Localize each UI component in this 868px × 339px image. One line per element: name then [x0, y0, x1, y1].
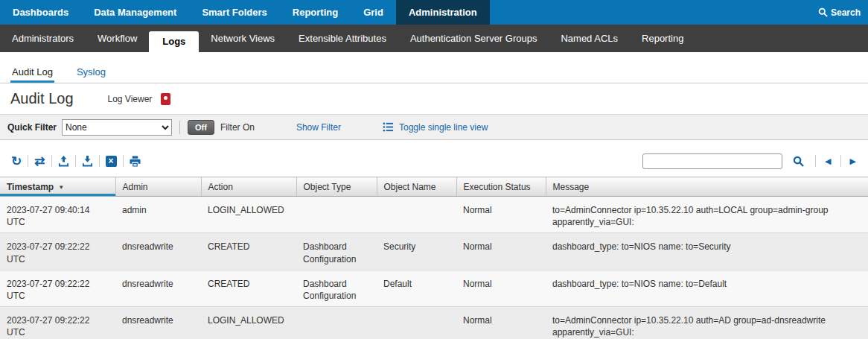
- tab-logs[interactable]: Logs: [149, 31, 199, 52]
- table-row[interactable]: 2023-07-27 09:22:22 UTC dnsreadwrite CRE…: [0, 270, 868, 306]
- cell-execution-status: Normal: [456, 307, 546, 339]
- cell-object-type: Dashboard Configuration: [296, 233, 377, 270]
- tab-syslog[interactable]: Syslog: [75, 66, 107, 83]
- nav-reporting[interactable]: Reporting: [280, 0, 351, 25]
- upload-icon: [58, 156, 69, 167]
- column-header-admin[interactable]: Admin: [115, 177, 201, 197]
- administration-tab-bar: Administrators Workflow Logs Network Vie…: [0, 25, 868, 52]
- refresh-button[interactable]: ↻: [6, 155, 27, 168]
- tab-extensible-attributes[interactable]: Extensible Attributes: [287, 25, 398, 52]
- table-row[interactable]: 2023-07-27 09:22:22 UTC dnsreadwrite CRE…: [0, 233, 868, 270]
- tab-audit-log[interactable]: Audit Log: [10, 66, 54, 83]
- cell-timestamp: 2023-07-27 09:22:22 UTC: [0, 233, 115, 270]
- tab-named-acls[interactable]: Named ACLs: [549, 25, 630, 52]
- nav-data-management[interactable]: Data Management: [81, 0, 189, 25]
- nav-smart-folders[interactable]: Smart Folders: [189, 0, 279, 25]
- nav-grid[interactable]: Grid: [351, 0, 396, 25]
- tab-reporting[interactable]: Reporting: [630, 25, 695, 52]
- divider: [51, 155, 52, 167]
- tab-administrators[interactable]: Administrators: [0, 25, 86, 52]
- page-title: Audit Log: [10, 90, 74, 107]
- show-filter-link[interactable]: Show Filter: [296, 122, 341, 133]
- cell-execution-status: Normal: [456, 270, 546, 306]
- cell-action: CREATED: [201, 233, 296, 270]
- table-header-row: Timestamp▼ Admin Action Object Type Obje…: [0, 177, 868, 197]
- cell-object-type: [296, 307, 377, 339]
- cell-admin: dnsreadwrite: [115, 307, 201, 339]
- cell-execution-status: Normal: [456, 197, 546, 233]
- table-search-button[interactable]: [788, 156, 809, 167]
- filter-bar: Quick Filter None Off Filter On Show Fil…: [0, 115, 868, 140]
- toolbar-search-area: ◀ ▶: [642, 153, 862, 169]
- column-header-object-name[interactable]: Object Name: [377, 177, 456, 197]
- cell-action: LOGIN_ALLOWED: [201, 197, 296, 233]
- cell-admin: dnsreadwrite: [115, 233, 201, 270]
- cell-admin: admin: [115, 197, 201, 233]
- global-search[interactable]: Search: [818, 0, 861, 25]
- export-button[interactable]: ×: [100, 156, 122, 167]
- print-button[interactable]: [124, 156, 146, 167]
- divider: [179, 121, 180, 134]
- cell-object-name: Security: [377, 233, 456, 270]
- download-button[interactable]: [77, 156, 98, 167]
- quick-filter-select[interactable]: None: [62, 119, 172, 136]
- cell-timestamp: 2023-07-27 09:22:22 UTC: [0, 307, 115, 339]
- divider: [99, 155, 100, 167]
- cell-action: CREATED: [201, 270, 296, 306]
- list-view-icon: [383, 121, 394, 133]
- table-row[interactable]: 2023-07-27 09:22:22 UTC dnsreadwrite LOG…: [0, 307, 868, 339]
- cell-object-type: Dashboard Configuration: [296, 270, 377, 306]
- divider: [123, 155, 124, 167]
- column-header-timestamp[interactable]: Timestamp▼: [0, 177, 115, 197]
- log-viewer-label: Log Viewer: [108, 94, 153, 104]
- title-row: Audit Log Log Viewer: [0, 83, 868, 115]
- divider: [840, 155, 841, 167]
- cell-timestamp: 2023-07-27 09:40:14 UTC: [0, 197, 115, 233]
- table-search-input[interactable]: [642, 153, 782, 169]
- bookmark-icon[interactable]: [161, 93, 170, 105]
- filter-on-label: Filter On: [220, 122, 255, 133]
- search-icon: [818, 7, 828, 17]
- cell-object-name: Default: [377, 270, 456, 306]
- upload-button[interactable]: [53, 156, 74, 167]
- divider: [815, 155, 816, 167]
- cell-message: dashboard_type: to=NIOS name: to=Securit…: [546, 233, 868, 270]
- toggle-single-line-label: Toggle single line view: [399, 122, 488, 133]
- cell-message: dashboard_type: to=NIOS name: to=Default: [546, 270, 868, 306]
- column-header-message[interactable]: Message: [546, 177, 868, 197]
- audit-log-table: Timestamp▼ Admin Action Object Type Obje…: [0, 177, 868, 339]
- next-page-button[interactable]: ▶: [847, 156, 859, 166]
- cell-admin: dnsreadwrite: [115, 270, 201, 306]
- tab-workflow[interactable]: Workflow: [86, 25, 149, 52]
- previous-page-button[interactable]: ◀: [822, 156, 834, 166]
- log-tabs: Audit Log Syslog: [0, 62, 868, 83]
- column-header-object-type[interactable]: Object Type: [296, 177, 377, 197]
- tab-network-views[interactable]: Network Views: [199, 25, 287, 52]
- cell-action: LOGIN_ALLOWED: [201, 307, 296, 339]
- swap-arrows-icon: ⇄: [34, 155, 45, 168]
- quick-filter-label: Quick Filter: [7, 122, 57, 133]
- cell-execution-status: Normal: [456, 233, 546, 270]
- filter-off-toggle[interactable]: Off: [188, 120, 214, 135]
- column-header-action[interactable]: Action: [201, 177, 296, 197]
- restart-services-button[interactable]: ⇄: [29, 155, 50, 168]
- toggle-single-line-view[interactable]: Toggle single line view: [383, 121, 488, 133]
- table-row[interactable]: 2023-07-27 09:40:14 UTC admin LOGIN_ALLO…: [0, 197, 868, 233]
- nav-dashboards[interactable]: Dashboards: [0, 0, 81, 25]
- cell-object-type: [296, 197, 377, 233]
- top-navigation: Dashboards Data Management Smart Folders…: [0, 0, 868, 25]
- refresh-icon: ↻: [11, 155, 22, 168]
- global-search-label: Search: [831, 7, 861, 18]
- cell-object-name: [377, 307, 456, 339]
- table-toolbar: ↻ ⇄ × ◀ ▶: [0, 148, 868, 174]
- divider: [75, 155, 76, 167]
- export-icon: ×: [106, 156, 117, 167]
- chevron-left-icon: ◀: [825, 156, 831, 165]
- cell-message: to=AdminConnector ip=10.35.22.10 auth=AD…: [546, 307, 868, 339]
- nav-administration[interactable]: Administration: [396, 0, 490, 25]
- cell-timestamp: 2023-07-27 09:22:22 UTC: [0, 270, 115, 306]
- cell-object-name: [377, 197, 456, 233]
- download-icon: [82, 156, 93, 167]
- tab-authentication-server-groups[interactable]: Authentication Server Groups: [398, 25, 549, 52]
- column-header-execution-status[interactable]: Execution Status: [456, 177, 546, 197]
